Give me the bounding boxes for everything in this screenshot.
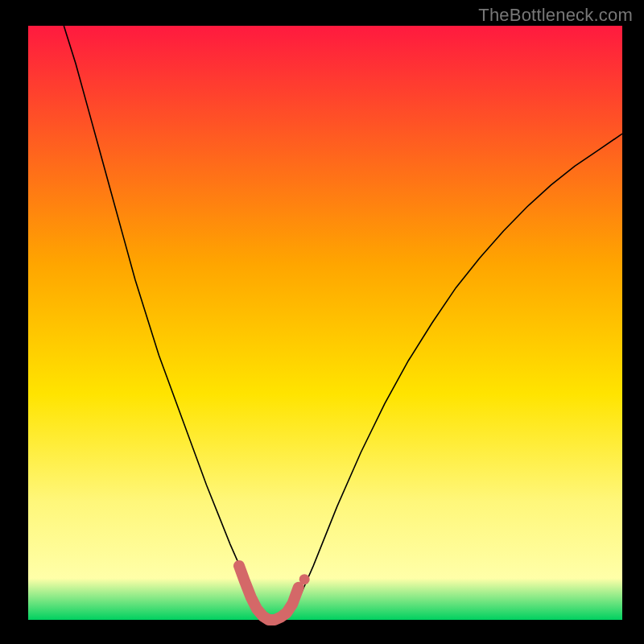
marker-dot xyxy=(299,574,310,584)
bottleneck-chart xyxy=(0,0,644,644)
plot-background xyxy=(28,26,622,620)
chart-stage: TheBottleneck.com xyxy=(0,0,644,644)
watermark-text: TheBottleneck.com xyxy=(478,5,633,26)
